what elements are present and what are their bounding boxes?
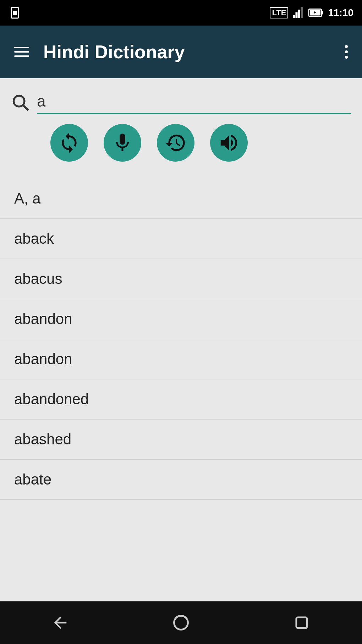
word-text-0: A, a <box>14 190 41 207</box>
more-options-button[interactable] <box>342 42 351 61</box>
volume-button[interactable] <box>210 124 248 162</box>
action-buttons <box>11 114 351 169</box>
status-bar: LTE 11:10 <box>0 0 362 26</box>
recents-icon <box>292 613 311 632</box>
status-right: LTE 11:10 <box>270 6 353 19</box>
svg-point-11 <box>174 616 188 630</box>
svg-rect-7 <box>322 11 323 15</box>
refresh-button[interactable] <box>50 124 88 162</box>
search-input[interactable] <box>37 92 351 114</box>
svg-rect-2 <box>293 15 295 18</box>
status-time: 11:10 <box>328 7 353 18</box>
svg-point-9 <box>14 96 24 106</box>
battery-icon <box>308 6 324 19</box>
mic-button[interactable] <box>104 124 141 162</box>
word-item-3[interactable]: abandon <box>0 299 362 339</box>
status-bar-left <box>9 0 21 26</box>
volume-icon <box>218 132 240 154</box>
search-row <box>11 92 351 114</box>
sim-icon <box>9 6 21 19</box>
app-bar: Hindi Dictionary <box>0 26 362 78</box>
home-icon <box>172 613 190 632</box>
recents-button[interactable] <box>284 605 319 640</box>
mic-icon <box>111 132 133 154</box>
nav-bar <box>0 601 362 644</box>
word-text-5: abandoned <box>14 391 89 407</box>
svg-line-10 <box>23 105 28 110</box>
search-input-wrap[interactable] <box>37 92 351 114</box>
word-list: A, a aback abacus abandon abandon abando… <box>0 179 362 500</box>
more-dot-3 <box>345 56 348 59</box>
word-text-1: aback <box>14 230 54 247</box>
lte-badge: LTE <box>270 7 288 18</box>
menu-line-3 <box>14 55 29 57</box>
back-button[interactable] <box>43 605 78 640</box>
menu-button[interactable] <box>11 44 32 60</box>
svg-rect-12 <box>296 617 307 628</box>
search-icon-wrap <box>11 93 30 113</box>
home-button[interactable] <box>163 605 199 640</box>
word-text-3: abandon <box>14 310 72 327</box>
more-dot-1 <box>345 45 348 48</box>
word-item-0[interactable]: A, a <box>0 179 362 219</box>
search-icon <box>11 93 30 112</box>
word-item-7[interactable]: abate <box>0 460 362 500</box>
svg-rect-5 <box>301 7 303 18</box>
word-text-6: abashed <box>14 431 71 448</box>
menu-line-1 <box>14 47 29 48</box>
app-title: Hindi Dictionary <box>32 41 342 63</box>
history-icon <box>165 132 187 154</box>
word-item-1[interactable]: aback <box>0 219 362 259</box>
signal-icon <box>292 6 305 19</box>
svg-rect-3 <box>296 12 298 18</box>
word-item-5[interactable]: abandoned <box>0 379 362 420</box>
search-area <box>0 78 362 176</box>
more-dot-2 <box>345 50 348 53</box>
refresh-icon <box>58 132 80 154</box>
word-item-2[interactable]: abacus <box>0 259 362 299</box>
history-button[interactable] <box>157 124 194 162</box>
menu-line-2 <box>14 51 29 53</box>
word-text-4: abandon <box>14 351 72 367</box>
word-item-4[interactable]: abandon <box>0 339 362 379</box>
word-text-7: abate <box>14 471 51 488</box>
word-text-2: abacus <box>14 270 62 287</box>
back-icon <box>51 613 70 632</box>
svg-rect-1 <box>13 11 17 15</box>
word-item-6[interactable]: abashed <box>0 420 362 460</box>
svg-rect-4 <box>298 10 300 18</box>
